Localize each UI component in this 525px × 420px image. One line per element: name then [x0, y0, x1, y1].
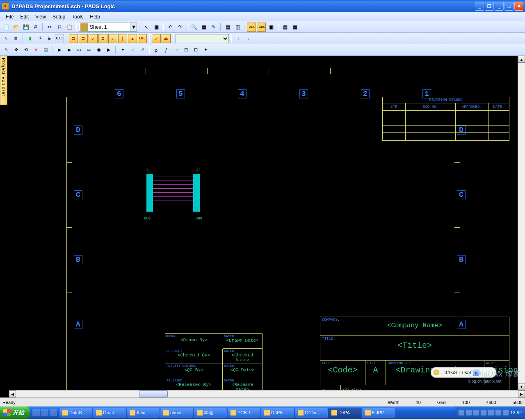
t3-e[interactable]: ◉ — [94, 46, 103, 55]
tray-icon-5[interactable] — [488, 410, 494, 415]
sheet-view-button[interactable]: ▦ — [199, 23, 208, 32]
scroll-right-icon[interactable]: ▶ — [518, 390, 525, 397]
task-3[interactable]: ubunt… — [160, 408, 193, 418]
tool-e-button[interactable]: ▦ — [290, 23, 299, 32]
project-explorer-tab[interactable]: Project Explorer — [0, 56, 7, 105]
gate2-tool[interactable]: ⊐ — [79, 34, 88, 43]
select-tool[interactable]: ↖ — [142, 23, 151, 32]
tool-b-button[interactable]: ▥ — [233, 23, 242, 32]
task-0[interactable]: DataS… — [59, 408, 92, 418]
schematic-canvas[interactable]: 6 5 4 3 2 1 D C B A D C B A — [9, 56, 525, 390]
component-j1-j2[interactable]: J1 J2 DB9 DB9 — [146, 170, 200, 216]
tool-a-button[interactable]: ▤ — [223, 23, 232, 32]
tool-d-button[interactable]: ▤ — [281, 23, 290, 32]
ref-tool[interactable]: U1.1 — [55, 34, 64, 43]
undo-button[interactable]: ↶ — [166, 23, 175, 32]
nav-up-button[interactable]: ↑ — [234, 34, 243, 43]
minimize2-button[interactable]: _ — [495, 2, 504, 11]
scroll-down-icon[interactable]: ▼ — [518, 383, 525, 390]
scroll-left-icon[interactable]: ◀ — [9, 390, 16, 397]
filter-select[interactable] — [176, 34, 229, 43]
sheet-dropdown-icon[interactable]: ▾ — [130, 23, 137, 31]
t3-f[interactable]: ▶ — [104, 46, 113, 55]
cursor-tool[interactable]: ↖ — [2, 34, 11, 43]
sheet-selector[interactable]: ▾ — [79, 23, 137, 32]
paste-button[interactable]: 📋 — [65, 23, 74, 32]
print-button[interactable]: 🖨 — [31, 23, 40, 32]
tool-c-button[interactable]: ▣ — [267, 23, 276, 32]
task-6[interactable]: D:\PA… — [261, 408, 294, 418]
task-9[interactable]: 5.JPG… — [362, 408, 395, 418]
redraw-button[interactable]: ✎ — [209, 23, 218, 32]
sheet-input[interactable] — [89, 23, 130, 31]
cut-button[interactable]: ✂ — [45, 23, 54, 32]
t3-m[interactable]: ⊞ — [181, 46, 190, 55]
menu-file[interactable]: FFileile — [2, 13, 17, 21]
zoom-button[interactable]: 🔍 — [189, 23, 199, 32]
redo-button[interactable]: ↷ — [176, 23, 185, 32]
tray-icon-1[interactable] — [459, 410, 464, 415]
tray-icon-6[interactable] — [495, 410, 501, 415]
bus-tool[interactable]: ▶ — [45, 34, 54, 43]
task-2[interactable]: Altiu… — [127, 408, 160, 418]
task-5[interactable]: PCB T… — [228, 408, 260, 418]
tray-icon-3[interactable] — [473, 410, 479, 415]
task-4[interactable]: 本地… — [194, 408, 227, 418]
t3-b[interactable]: ▶ — [65, 46, 74, 55]
maximize-button[interactable]: □ — [504, 2, 514, 11]
gate4-tool[interactable]: ⊐ — [98, 34, 107, 43]
pads-link2-button[interactable]: PADS — [257, 23, 266, 32]
horizontal-scrollbar[interactable]: ◀ ▶ — [9, 390, 525, 397]
menu-help[interactable]: Help — [87, 13, 103, 21]
gate3-tool[interactable]: ⟋ — [89, 34, 98, 43]
t3-a[interactable]: ▶ — [55, 46, 64, 55]
group-tool[interactable]: ⊞ — [11, 34, 21, 43]
net-tool[interactable]: ⟋ — [152, 34, 161, 43]
gate5-tool[interactable]: ♪ — [108, 34, 117, 43]
close-button[interactable]: ✕ — [514, 2, 523, 11]
lbl-tool[interactable]: LBL — [138, 34, 147, 43]
task-8[interactable]: D:\PA… — [329, 408, 361, 418]
t3-i[interactable]: ↗ — [138, 46, 147, 55]
t3-n[interactable]: ⊡ — [191, 46, 200, 55]
menu-edit[interactable]: Edit — [17, 13, 32, 21]
pads-link1-button[interactable]: PADS — [247, 23, 256, 32]
delete-tool[interactable]: ✕ — [31, 46, 40, 55]
menu-tools[interactable]: Tools — [68, 13, 87, 21]
scroll-up-icon[interactable]: ▲ — [518, 56, 525, 63]
tray-icon-2[interactable] — [466, 410, 472, 415]
ql-2[interactable] — [41, 409, 48, 416]
t3-k[interactable]: ƒ — [162, 46, 171, 55]
t3-c[interactable]: U1 — [75, 46, 84, 55]
menu-view[interactable]: View — [32, 13, 49, 21]
t3-h[interactable]: ⟋ — [128, 46, 137, 55]
text-tool[interactable]: ab — [162, 34, 171, 43]
ql-3[interactable] — [50, 409, 57, 416]
vertical-scrollbar[interactable]: ▲ ▼ — [518, 56, 525, 390]
new-button[interactable]: 📄 — [2, 23, 11, 32]
clock[interactable]: 13:52 — [510, 410, 522, 415]
gate7-tool[interactable]: ▲ — [128, 34, 137, 43]
move-tool3[interactable]: ✥ — [11, 46, 21, 55]
tray-icon-4[interactable] — [481, 410, 486, 415]
minimize-button[interactable]: _ — [475, 2, 484, 11]
nav-down-button[interactable]: ↓ — [244, 34, 253, 43]
gate6-tool[interactable]: │ — [118, 34, 127, 43]
t3-l[interactable]: ⟋ — [171, 46, 180, 55]
restore-button[interactable]: ❐ — [485, 2, 494, 11]
tray-icon-7[interactable] — [503, 410, 509, 415]
sel-tool3[interactable]: ↖ — [2, 46, 11, 55]
scroll-thumb[interactable] — [139, 390, 168, 397]
t3-o[interactable]: ✦ — [201, 46, 210, 55]
open-button[interactable]: 📂 — [11, 23, 21, 32]
menu-setup[interactable]: Setup — [49, 13, 68, 21]
gate1-tool[interactable]: ⊐ — [69, 34, 78, 43]
wire-tool[interactable]: ┗ — [35, 34, 44, 43]
move-tool[interactable]: ▣ — [152, 23, 161, 32]
t3-g[interactable]: ✦ — [118, 46, 127, 55]
part-tool[interactable]: ▮ — [25, 34, 34, 43]
copy-button[interactable]: ⎘ — [55, 23, 64, 32]
t3-j[interactable]: ρ — [152, 46, 161, 55]
t3-d[interactable]: U2 — [84, 46, 94, 55]
task-1[interactable]: Oracl… — [93, 408, 126, 418]
